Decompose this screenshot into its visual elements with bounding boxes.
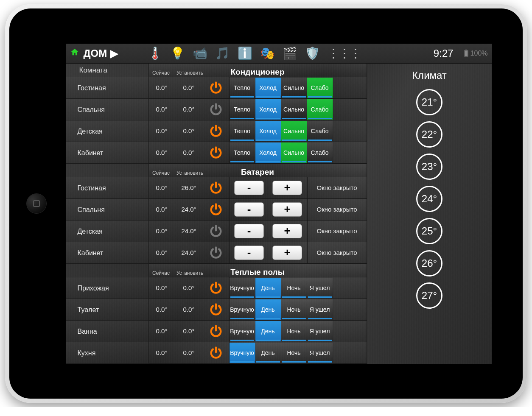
- floor-mode-0[interactable]: Вручную: [230, 343, 255, 363]
- ac-mode-1[interactable]: Холод: [255, 142, 281, 163]
- ac-mode-0[interactable]: Тепло: [230, 99, 255, 120]
- climate-preset[interactable]: 27°: [416, 282, 442, 309]
- floor-mode-3[interactable]: Я ушел: [307, 321, 333, 341]
- ac-mode-1[interactable]: Холод: [255, 121, 281, 141]
- climate-presets: Климат 21°22°23°24°25°26°27°: [367, 64, 492, 364]
- floor-mode-2[interactable]: Ночь: [281, 321, 307, 341]
- bulb-icon[interactable]: 💡: [170, 46, 185, 60]
- climate-preset[interactable]: 21°: [416, 89, 442, 115]
- ac-mode-2[interactable]: Сильно: [281, 142, 307, 163]
- bat-section-header: Сейчас Установить Батареи: [149, 164, 367, 177]
- floor-mode-2[interactable]: Ночь: [281, 278, 307, 298]
- room-row[interactable]: Спальня: [66, 199, 148, 221]
- temp-set[interactable]: 24.0°: [175, 199, 203, 220]
- floor-mode-2[interactable]: Ночь: [281, 299, 307, 320]
- floor-mode-3[interactable]: Я ушел: [307, 299, 333, 320]
- hardware-home-button[interactable]: [26, 193, 47, 214]
- temp-set[interactable]: 0.0°: [175, 342, 203, 363]
- floor-mode-1[interactable]: День: [255, 321, 281, 341]
- col-now: Сейчас: [151, 270, 172, 276]
- room-row[interactable]: Кабинет: [66, 242, 148, 264]
- minus-button[interactable]: -: [234, 202, 264, 217]
- temp-set[interactable]: 24.0°: [175, 242, 203, 263]
- camera-icon[interactable]: 📹: [193, 46, 207, 60]
- video-icon[interactable]: 🎬: [283, 46, 297, 60]
- climate-preset[interactable]: 26°: [416, 250, 442, 276]
- ac-mode-2[interactable]: Сильно: [281, 121, 307, 141]
- ac-mode-2[interactable]: Сильно: [281, 78, 307, 98]
- floor-mode-3[interactable]: Я ушел: [307, 278, 333, 298]
- power-button[interactable]: [207, 122, 225, 140]
- room-row[interactable]: Кабинет: [66, 142, 148, 164]
- climate-preset[interactable]: 22°: [416, 121, 442, 148]
- masks-icon[interactable]: 🎭: [260, 46, 275, 60]
- ac-mode-0[interactable]: Тепло: [230, 142, 255, 163]
- minus-button[interactable]: -: [234, 224, 264, 238]
- floor-mode-3[interactable]: Я ушел: [307, 343, 333, 363]
- room-row[interactable]: Спальня: [66, 99, 148, 120]
- temp-now: 0.0°: [149, 277, 175, 299]
- ac-mode-3[interactable]: Слабо: [307, 121, 333, 141]
- ac-mode-1[interactable]: Холод: [255, 99, 281, 120]
- minus-button[interactable]: -: [234, 181, 264, 195]
- power-button[interactable]: [207, 201, 225, 218]
- temp-set[interactable]: 24.0°: [175, 221, 203, 242]
- power-button[interactable]: [207, 179, 225, 197]
- power-button[interactable]: [207, 279, 225, 297]
- climate-preset[interactable]: 24°: [416, 186, 442, 212]
- floor-mode-1[interactable]: День: [255, 343, 281, 363]
- floor-mode-0[interactable]: Вручную: [230, 321, 255, 341]
- power-button[interactable]: [207, 101, 225, 118]
- climate-preset[interactable]: 25°: [416, 218, 442, 244]
- climate-preset[interactable]: 23°: [416, 154, 442, 180]
- temp-set[interactable]: 0.0°: [175, 277, 203, 299]
- music-icon[interactable]: 🎵: [215, 46, 230, 60]
- plus-button[interactable]: +: [272, 202, 302, 217]
- floor-mode-0[interactable]: Вручную: [230, 278, 255, 298]
- minus-button[interactable]: -: [234, 246, 264, 260]
- room-row[interactable]: Детская: [66, 120, 148, 142]
- room-row[interactable]: Ванна: [66, 321, 148, 342]
- ac-mode-0[interactable]: Тепло: [230, 121, 255, 141]
- power-button[interactable]: [207, 322, 225, 340]
- room-row[interactable]: Прихожая: [66, 277, 148, 299]
- floor-mode-2[interactable]: Ночь: [281, 343, 307, 363]
- breadcrumb[interactable]: ДОМ ▶: [84, 47, 118, 59]
- thermometer-icon[interactable]: 🌡️: [148, 46, 162, 60]
- temp-set[interactable]: 0.0°: [175, 99, 203, 120]
- ac-mode-3[interactable]: Слабо: [307, 78, 333, 98]
- temp-set[interactable]: 0.0°: [175, 299, 203, 320]
- ac-mode-1[interactable]: Холод: [255, 78, 281, 98]
- info-icon[interactable]: ℹ️: [238, 46, 252, 60]
- power-button[interactable]: [207, 344, 225, 362]
- room-row[interactable]: Кухня: [66, 342, 148, 364]
- power-button[interactable]: [207, 222, 225, 240]
- ac-mode-2[interactable]: Сильно: [281, 99, 307, 120]
- room-row[interactable]: Детская: [66, 221, 148, 242]
- power-button[interactable]: [207, 79, 225, 97]
- power-button[interactable]: [207, 144, 225, 162]
- plus-button[interactable]: +: [272, 224, 302, 238]
- shield-icon[interactable]: 🛡️: [305, 46, 320, 60]
- ac-mode-0[interactable]: Тепло: [230, 78, 255, 98]
- floor-mode-1[interactable]: День: [255, 278, 281, 298]
- temp-set[interactable]: 0.0°: [175, 321, 203, 342]
- power-button[interactable]: [207, 244, 225, 262]
- plus-button[interactable]: +: [272, 246, 302, 260]
- floor-mode-1[interactable]: День: [255, 299, 281, 320]
- ac-mode-3[interactable]: Слабо: [307, 99, 333, 120]
- temp-now: 0.0°: [149, 199, 175, 220]
- floor-mode-0[interactable]: Вручную: [230, 299, 255, 320]
- ac-mode-3[interactable]: Слабо: [307, 142, 333, 163]
- temp-set[interactable]: 0.0°: [175, 77, 203, 98]
- room-row[interactable]: Туалет: [66, 299, 148, 321]
- temp-set[interactable]: 0.0°: [175, 142, 203, 163]
- home-icon[interactable]: [70, 47, 79, 59]
- plus-button[interactable]: +: [272, 181, 302, 195]
- power-button[interactable]: [207, 301, 225, 318]
- room-row[interactable]: Гостиная: [66, 77, 148, 99]
- grid-icon[interactable]: ⋮⋮⋮: [328, 46, 361, 60]
- room-row[interactable]: Гостиная: [66, 177, 148, 199]
- temp-set[interactable]: 26.0°: [175, 177, 203, 198]
- temp-set[interactable]: 0.0°: [175, 120, 203, 142]
